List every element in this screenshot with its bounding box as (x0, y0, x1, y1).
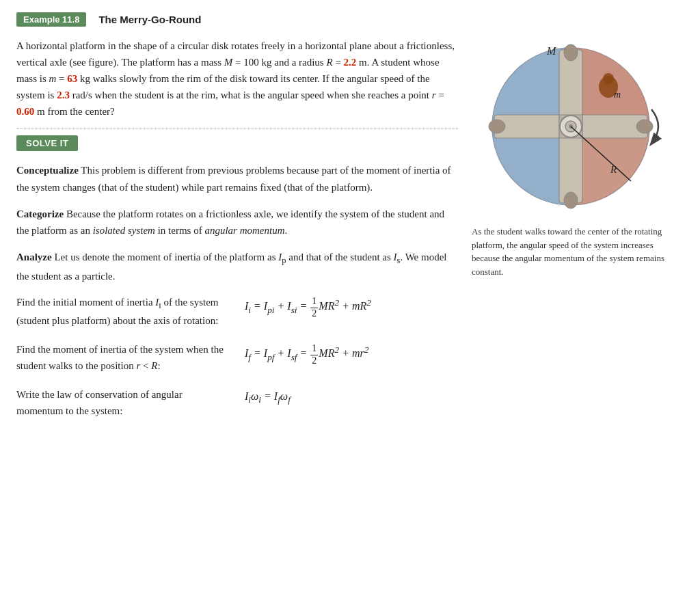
svg-point-4 (489, 120, 505, 133)
analyze-label-3: Write the law of conservation of angular… (16, 386, 228, 419)
mass-value: 63 (67, 73, 77, 84)
divider (16, 128, 458, 129)
label-m: m (614, 90, 621, 100)
analyze-heading: Analyze (16, 252, 52, 262)
analyze-formula-2: If = Ipf + Isf = 12MR2 + mr2 (245, 341, 458, 366)
diagram-caption: As the student walks toward the center o… (472, 225, 684, 278)
svg-point-6 (564, 44, 578, 61)
analyze-row-1: Find the initial moment of inertia Ii of… (16, 294, 458, 329)
categorize-text2: in terms of (155, 225, 205, 236)
angular-speed-value: 2.3 (57, 90, 70, 100)
analyze-formula-3: Iiωi = Ifωf (245, 386, 458, 407)
analyze-row-3: Write the law of conservation of angular… (16, 386, 458, 419)
solve-it-button[interactable]: SOLVE IT (16, 135, 78, 151)
problem-text: A horizontal platform in the shape of a … (16, 38, 458, 120)
analyze-label-1: Find the initial moment of inertia Ii of… (16, 294, 228, 329)
categorize-text3: . (284, 225, 287, 236)
header-bar: Example 11.8 The Merry-Go-Round (16, 12, 684, 27)
categorize-heading: Categorize (16, 208, 64, 219)
analyze-row-2: Find the moment of inertia of the system… (16, 341, 458, 374)
categorize-section: Categorize Because the platform rotates … (16, 206, 458, 240)
analyze-label-2: Find the moment of inertia of the system… (16, 341, 228, 374)
label-M: M (546, 45, 557, 57)
svg-point-12 (603, 73, 614, 84)
right-col: M m R As the student walks toward the ce… (472, 38, 684, 431)
label-R: R (610, 164, 617, 175)
svg-point-5 (636, 120, 653, 133)
diagram-container: M m R (472, 38, 684, 218)
conceptualize-text: This problem is different from previous … (16, 165, 451, 193)
merry-go-round-diagram: M m R (482, 38, 673, 215)
example-badge: Example 11.8 (16, 12, 86, 27)
left-col: A horizontal platform in the shape of a … (16, 38, 458, 431)
svg-point-7 (564, 192, 578, 208)
categorize-italic2: angular momentum (204, 225, 284, 236)
radius-value: 2.2 (344, 57, 357, 68)
analyze-intro: Analyze Let us denote the moment of iner… (16, 249, 458, 284)
r-value: 0.60 (16, 106, 34, 117)
analyze-formula-1: Ii = Ipi + Isi = 12MR2 + mR2 (245, 294, 458, 319)
categorize-italic1: isolated system (93, 225, 155, 236)
conceptualize-section: Conceptualize This problem is different … (16, 162, 458, 196)
main-content: A horizontal platform in the shape of a … (16, 38, 684, 431)
conceptualize-heading: Conceptualize (16, 165, 79, 176)
example-title: The Merry-Go-Round (98, 14, 201, 25)
page: Example 11.8 The Merry-Go-Round A horizo… (0, 0, 700, 594)
analyze-intro-text: Let us denote the moment of inertia of t… (16, 252, 447, 282)
